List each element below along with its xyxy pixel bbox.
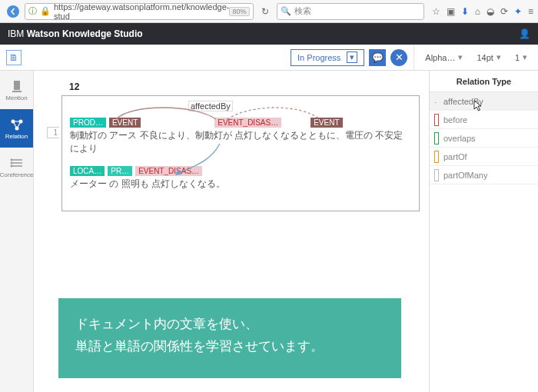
relation-type-item[interactable]: overlaps <box>430 129 538 148</box>
panel-heading: Relation Type <box>430 71 538 92</box>
info-icon: ⓘ <box>28 5 37 17</box>
tag-event[interactable]: EVENT <box>109 118 141 128</box>
relation-type-item[interactable]: - affectedBy <box>430 92 538 111</box>
reload-button[interactable]: ↻ <box>257 6 274 17</box>
tag-event-disas[interactable]: EVENT_DISAS… <box>214 118 281 128</box>
pocket-icon[interactable]: ◒ <box>487 6 494 17</box>
sort-label: Alpha… <box>425 53 455 62</box>
chevron-down-icon: ▾ <box>347 51 357 63</box>
lock-icon: 🔒 <box>40 6 51 16</box>
back-button[interactable] <box>5 3 22 20</box>
search-icon: 🔍 <box>281 6 291 16</box>
tag-pr[interactable]: PR… <box>108 166 132 176</box>
download-icon[interactable]: ⬇ <box>461 6 469 17</box>
relation-type-panel: Relation Type - affectedBy before overla… <box>429 71 538 392</box>
puzzle-icon[interactable]: ✦ <box>514 6 522 17</box>
document-number: 12 <box>69 81 420 92</box>
app-title-bold: Watson Knowledge Studio <box>27 28 143 39</box>
sentence-text: メーター の 照明も 点灯しなくなる。 <box>70 178 411 191</box>
sidebar-label: Coreference <box>0 171 34 178</box>
relation-label[interactable]: affectedBy <box>188 101 233 111</box>
svg-point-7 <box>10 161 12 164</box>
sentence-text: 制動灯の アース 不良により、制動灯が 点灯しなくなるとともに、電圧の 不安定 … <box>70 129 411 155</box>
token-row: PROD… EVENT EVENT_DISAS… EVENT <box>70 118 411 128</box>
browser-chrome: ⓘ 🔒 https://gateway.watsonplatform.net/k… <box>0 0 538 23</box>
relation-label: partOf <box>443 152 467 161</box>
search-placeholder: 検索 <box>294 5 311 17</box>
svg-rect-1 <box>14 81 20 90</box>
relation-label: before <box>443 115 467 125</box>
relation-label: overlaps <box>443 134 476 143</box>
home-icon[interactable]: ⌂ <box>475 6 480 17</box>
relation-label: affectedBy <box>443 97 483 106</box>
chevron-down-icon: ▾ <box>523 52 527 62</box>
sidebar-item-mention[interactable]: Mention <box>0 71 33 109</box>
relation-swatch: - <box>434 97 439 106</box>
left-sidebar: Mention Relation Coreference <box>0 71 34 392</box>
main-area: Mention Relation Coreference 12 1 affect… <box>0 71 538 392</box>
user-icon[interactable]: 👤 <box>519 28 530 39</box>
menu-icon[interactable]: ≡ <box>528 6 533 17</box>
tag-event-disas[interactable]: EVENT_DISAS… <box>135 166 202 176</box>
page-select[interactable]: 1▾ <box>510 52 532 62</box>
svg-point-0 <box>7 5 19 18</box>
relation-type-item[interactable]: before <box>430 111 538 129</box>
tray-icon[interactable]: ▣ <box>447 6 455 17</box>
fontsize-select[interactable]: 14pt▾ <box>472 52 505 62</box>
app-header: IBM Watson Knowledge Studio 👤 <box>0 23 538 45</box>
status-dropdown[interactable]: In Progress ▾ <box>291 49 364 66</box>
page-label: 1 <box>515 53 520 62</box>
sync-icon[interactable]: ⟳ <box>500 6 508 17</box>
tag-location[interactable]: LOCA… <box>70 166 105 176</box>
fontsize-label: 14pt <box>477 53 493 62</box>
svg-point-8 <box>10 164 12 167</box>
sidebar-label: Mention <box>5 95 27 101</box>
url-text: https://gateway.watsonplatform.net/knowl… <box>54 2 229 21</box>
sidebar-item-coreference[interactable]: Coreference <box>0 148 33 186</box>
chat-button[interactable]: 💬 <box>369 49 386 66</box>
sort-select[interactable]: Alpha…▾ <box>420 52 467 62</box>
relation-swatch <box>434 151 439 163</box>
svg-point-6 <box>10 158 12 161</box>
document-toolbar: 🗎 In Progress ▾ 💬 ✕ Alpha…▾ 14pt▾ 1▾ <box>0 45 538 71</box>
tag-prod[interactable]: PROD… <box>70 118 106 128</box>
url-bar[interactable]: ⓘ 🔒 https://gateway.watsonplatform.net/k… <box>25 3 254 20</box>
line-number: 1 <box>47 127 59 138</box>
document-icon[interactable]: 🗎 <box>6 50 22 65</box>
sidebar-item-relation[interactable]: Relation <box>0 109 33 148</box>
relation-type-item[interactable]: partOfMany <box>430 166 538 184</box>
caption-line: 単語と単語の関係性を学習させています。 <box>75 336 384 358</box>
relation-swatch <box>434 169 439 181</box>
tag-event[interactable]: EVENT <box>311 118 342 128</box>
chevron-down-icon: ▾ <box>458 52 463 62</box>
annotation-document[interactable]: 1 affectedBy PROD… EVENT EVENT_DISAS… EV… <box>61 95 420 211</box>
chevron-down-icon: ▾ <box>496 52 501 62</box>
relation-swatch <box>434 132 439 145</box>
app-title: IBM Watson Knowledge Studio <box>8 28 143 39</box>
status-label: In Progress <box>297 53 340 62</box>
relation-swatch <box>434 114 439 126</box>
close-button[interactable]: ✕ <box>390 49 407 66</box>
zoom-level[interactable]: 80% <box>229 7 249 16</box>
browser-toolbar-icons: ☆ ▣ ⬇ ⌂ ◒ ⟳ ✦ ≡ <box>427 6 533 17</box>
search-bar[interactable]: 🔍 検索 <box>277 3 424 20</box>
relation-type-item[interactable]: partOf <box>430 148 538 166</box>
sidebar-label: Relation <box>5 133 28 140</box>
token-row: LOCA… PR… EVENT_DISAS… <box>70 166 411 176</box>
star-icon[interactable]: ☆ <box>432 6 440 17</box>
caption-overlay: ドキュメント内の文章を使い、 単語と単語の関係性を学習させています。 <box>58 298 401 378</box>
caption-line: ドキュメント内の文章を使い、 <box>75 314 384 336</box>
relation-label: partOfMany <box>443 171 487 180</box>
app-title-prefix: IBM <box>8 28 27 39</box>
svg-rect-2 <box>12 91 22 92</box>
